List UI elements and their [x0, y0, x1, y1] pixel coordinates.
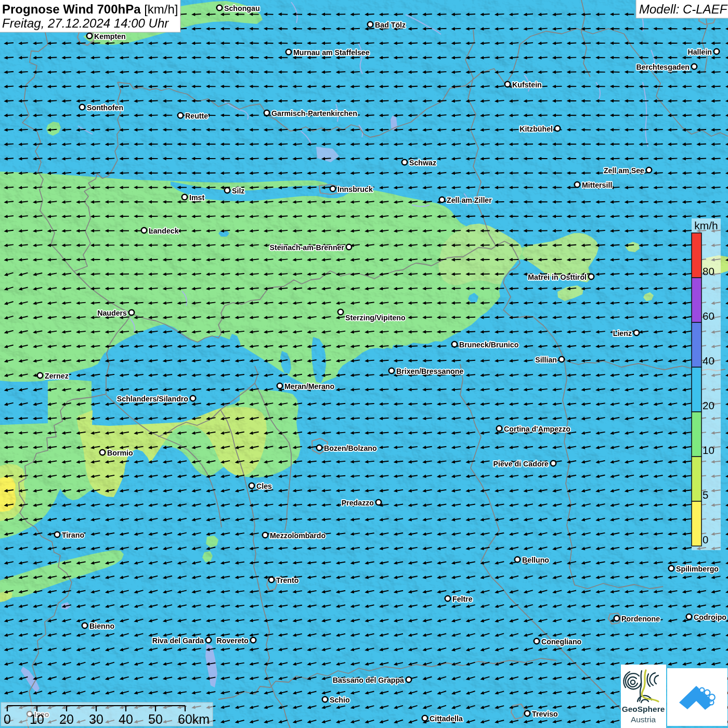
svg-text:Bozen/Bolzano: Bozen/Bolzano [324, 444, 377, 452]
svg-text:Pieve di Cadore: Pieve di Cadore [493, 460, 549, 468]
svg-text:Hallein: Hallein [687, 48, 712, 56]
svg-text:Prognose Wind 700hPa [km/h]: Prognose Wind 700hPa [km/h] [2, 2, 178, 16]
svg-text:Cles: Cles [256, 482, 272, 490]
svg-text:Berchtesgaden: Berchtesgaden [636, 63, 690, 71]
svg-text:5: 5 [703, 489, 708, 501]
svg-text:20: 20 [59, 712, 74, 726]
svg-text:Matrei in Osttirol: Matrei in Osttirol [528, 273, 587, 281]
svg-text:Schio: Schio [330, 696, 350, 704]
svg-text:Feltre: Feltre [452, 595, 473, 603]
svg-text:Treviso: Treviso [532, 710, 558, 718]
svg-text:Predazzo: Predazzo [342, 499, 374, 507]
svg-text:10: 10 [703, 444, 714, 456]
svg-text:Steinach-am-Brenner: Steinach-am-Brenner [270, 243, 345, 252]
svg-text:Sonthofen: Sonthofen [87, 103, 123, 112]
svg-text:Belluno: Belluno [522, 556, 549, 564]
svg-text:GeoSphere: GeoSphere [622, 705, 665, 713]
svg-text:Bruneck/Brunico: Bruneck/Brunico [459, 341, 519, 349]
svg-text:20: 20 [703, 399, 714, 411]
svg-text:Zell am Ziller: Zell am Ziller [447, 196, 492, 204]
svg-text:Conegliano: Conegliano [541, 638, 582, 646]
svg-text:50: 50 [148, 712, 163, 726]
svg-text:40: 40 [119, 712, 133, 726]
svg-text:Mittersill: Mittersill [582, 181, 612, 189]
svg-text:Pordenone: Pordenone [621, 615, 660, 623]
svg-text:Cittadella: Cittadella [430, 714, 463, 723]
svg-text:Codroipo: Codroipo [694, 613, 726, 621]
svg-text:Landeck: Landeck [149, 227, 179, 235]
svg-text:Murnau am Staffelsee: Murnau am Staffelsee [293, 48, 370, 57]
svg-text:Trento: Trento [276, 576, 299, 584]
svg-text:Bassano del Grappa: Bassano del Grappa [333, 676, 404, 684]
svg-text:Modell: C-LAEF: Modell: C-LAEF [639, 2, 728, 16]
svg-text:Lienz: Lienz [613, 329, 632, 337]
svg-text:Garmisch-Partenkirchen: Garmisch-Partenkirchen [271, 109, 357, 118]
svg-text:60km: 60km [178, 712, 210, 726]
svg-text:Rovereto: Rovereto [217, 636, 249, 645]
svg-text:Freitag, 27.12.2024 14:00 Uhr: Freitag, 27.12.2024 14:00 Uhr [2, 16, 169, 30]
svg-text:Reutte: Reutte [185, 112, 208, 120]
svg-text:Silz: Silz [232, 187, 244, 195]
svg-text:Innsbruck: Innsbruck [337, 185, 373, 193]
svg-text:Bienno: Bienno [89, 622, 114, 630]
svg-text:60: 60 [703, 310, 714, 322]
svg-text:Kufstein: Kufstein [512, 81, 542, 89]
svg-text:80: 80 [703, 265, 714, 277]
svg-text:0: 0 [703, 534, 708, 545]
svg-text:Sillian: Sillian [535, 356, 557, 364]
svg-text:Austria: Austria [631, 715, 656, 724]
svg-text:Kitzbühel: Kitzbühel [519, 125, 553, 133]
svg-text:40: 40 [703, 355, 714, 367]
svg-text:Sterzing/Vipiteno: Sterzing/Vipiteno [345, 314, 406, 322]
svg-text:Meran/Merano: Meran/Merano [284, 382, 335, 391]
svg-text:Zernez: Zernez [45, 372, 69, 380]
svg-text:Tirano: Tirano [62, 531, 84, 539]
svg-text:Imst: Imst [189, 193, 204, 202]
svg-text:Schwaz: Schwaz [409, 159, 436, 167]
svg-text:Brixen/Bressanone: Brixen/Bressanone [396, 367, 463, 375]
svg-text:Schongau: Schongau [224, 4, 260, 12]
svg-text:Mezzolombardo: Mezzolombardo [270, 531, 326, 540]
svg-text:Bormio: Bormio [107, 449, 133, 457]
svg-text:Riva del Garda: Riva del Garda [152, 636, 204, 645]
svg-text:Spilimbergo: Spilimbergo [676, 565, 719, 573]
svg-text:Zell am See: Zell am See [604, 166, 644, 175]
svg-text:Bad Tölz: Bad Tölz [375, 21, 406, 29]
svg-text:Kempten: Kempten [94, 32, 126, 41]
svg-text:10: 10 [30, 712, 44, 726]
svg-text:km/h: km/h [694, 219, 718, 231]
svg-text:30: 30 [89, 712, 103, 726]
svg-text:Nauders: Nauders [97, 309, 127, 317]
svg-text:Schlanders/Silandro: Schlanders/Silandro [117, 395, 189, 403]
svg-text:0: 0 [4, 712, 11, 726]
svg-text:Cortina d'Ampezzo: Cortina d'Ampezzo [504, 425, 570, 433]
